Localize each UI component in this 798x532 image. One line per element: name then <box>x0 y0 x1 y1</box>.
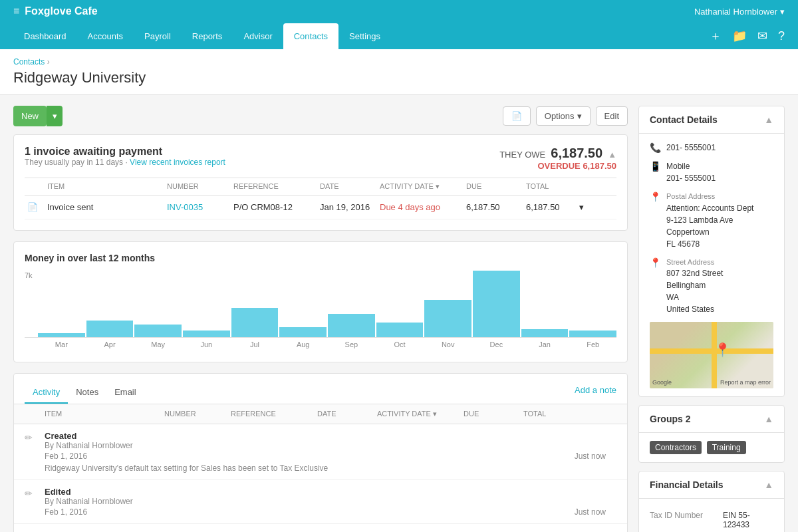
chart-label-jun: Jun <box>183 340 230 348</box>
financial-toggle[interactable]: ▲ <box>764 479 773 490</box>
contact-details-toggle[interactable]: ▲ <box>764 114 773 125</box>
col-icon <box>25 182 45 191</box>
nav-item-contacts[interactable]: Contacts <box>283 23 338 49</box>
street-address: Street Address 807 32nd Street Bellingha… <box>666 257 723 316</box>
col-date: DATE <box>317 182 377 191</box>
tab-activity[interactable]: Activity <box>25 382 68 404</box>
invoice-header: 1 invoice awaiting payment They usually … <box>25 146 616 175</box>
activity-card: Activity Notes Email Add a note ITEM NUM… <box>13 373 628 532</box>
row-reference: P/O CRM08-12 <box>231 202 317 212</box>
main-layout: New ▾ 📄 Options ▾ Edit 1 invoice awaitin… <box>0 95 798 532</box>
left-panel: New ▾ 📄 Options ▾ Edit 1 invoice awaitin… <box>13 106 628 532</box>
invoice-number-link[interactable]: INV-0035 <box>167 202 203 212</box>
invoice-subtitle-text: They usually pay in 11 days · <box>25 158 130 167</box>
activity-row-edited-1: ✏ Edited By Nathanial Hornblower Feb 1, … <box>14 480 627 524</box>
street-item: 📍 Street Address 807 32nd Street Belling… <box>650 257 773 316</box>
folder-icon[interactable]: 📁 <box>732 29 747 43</box>
groups-title: Groups 2 <box>650 414 690 424</box>
chart-label-nov: Nov <box>424 340 471 348</box>
user-name: Nathanial Hornblower <box>694 7 777 17</box>
financial-row-taxid: Tax ID Number EIN 55-123433 <box>650 507 773 532</box>
created-note: Ridgeway University's default tax settin… <box>25 464 616 473</box>
add-note-link[interactable]: Add a note <box>575 385 616 400</box>
add-button[interactable]: ＋ <box>710 28 722 44</box>
group-badge-training[interactable]: Training <box>707 441 746 454</box>
street-icon: 📍 <box>650 257 661 268</box>
chart-title: Money in over last 12 months <box>25 253 616 263</box>
edited-1-activity-date: Just now <box>575 507 616 517</box>
invoice-amount: THEY OWE 6,187.50 ▲ OVERDUE 6,187.50 <box>499 146 616 171</box>
taxid-value: EIN 55-123433 <box>723 511 773 529</box>
row-total: 6,187.50 <box>523 202 577 212</box>
options-label: Options <box>545 111 575 121</box>
contact-details-section: Contact Details ▲ 📞 201- 5555001 📱 Mobil… <box>638 106 785 397</box>
tab-notes[interactable]: Notes <box>68 382 106 404</box>
help-icon[interactable]: ? <box>778 29 785 43</box>
activity-tabs: Activity Notes Email Add a note <box>14 374 627 404</box>
acol-due: DUE <box>464 410 523 418</box>
mobile-value: Mobile 201- 5555001 <box>666 160 716 184</box>
chart-label-mar: Mar <box>38 340 85 348</box>
nav-item-payroll[interactable]: Payroll <box>134 23 182 49</box>
mobile-number: 201- 5555001 <box>666 172 716 184</box>
groups-toggle[interactable]: ▲ <box>764 414 773 424</box>
nav-item-settings[interactable]: Settings <box>338 23 391 49</box>
chart-bar-may <box>134 325 182 337</box>
app-logo: ≡ Foxglove Cafe <box>13 5 98 17</box>
postal-line1: Attention: Accounts Dept <box>666 202 753 214</box>
postal-label: Postal Address <box>666 191 753 202</box>
edited-1-meta: Feb 1, 2016 Just now <box>25 507 616 517</box>
chart-bar-apr <box>86 321 134 337</box>
postal-line2: 9-123 Lambda Ave <box>666 214 753 226</box>
toolbar: New ▾ 📄 Options ▾ Edit <box>13 106 628 126</box>
street-line3: WA <box>666 291 723 303</box>
user-menu[interactable]: Nathanial Hornblower ▾ <box>694 7 785 17</box>
email-icon[interactable]: ✉ <box>757 29 767 43</box>
postal-line3: Coppertown <box>666 226 753 238</box>
collapse-icon[interactable]: ▲ <box>608 150 616 160</box>
chart-bar-feb <box>569 331 616 337</box>
map-report-error[interactable]: Report a map error <box>720 379 771 386</box>
new-dropdown-button[interactable]: ▾ <box>47 106 63 126</box>
map-area: 📍 Google Report a map error <box>650 322 773 388</box>
file-button[interactable]: 📄 <box>503 106 531 126</box>
nav-item-accounts[interactable]: Accounts <box>77 23 134 49</box>
row-icon: 📄 <box>25 202 45 212</box>
edited-1-date: Feb 1, 2016 <box>45 507 87 517</box>
breadcrumb: Contacts › <box>13 57 785 66</box>
edit-button[interactable]: Edit <box>596 106 628 126</box>
postal-line4: FL 45678 <box>666 238 753 250</box>
nav-item-dashboard[interactable]: Dashboard <box>13 23 77 49</box>
breadcrumb-separator: › <box>47 57 50 66</box>
row-date: Jan 19, 2016 <box>317 202 377 212</box>
mobile-icon: 📱 <box>650 161 661 172</box>
row-expand[interactable]: ▾ <box>577 202 597 212</box>
chart-label-feb: Feb <box>569 340 616 348</box>
activity-table-header: ITEM NUMBER REFERENCE DATE ACTIVITY DATE… <box>14 404 627 424</box>
header: ≡ Foxglove Cafe Nathanial Hornblower ▾ D… <box>0 0 798 49</box>
groups-section: Groups 2 ▲ Contractors Training <box>638 405 785 463</box>
col-item: ITEM <box>45 182 164 191</box>
chart-label-oct: Oct <box>376 340 424 348</box>
chart-label-jul: Jul <box>231 340 279 348</box>
created-activity-date: Just now <box>575 452 616 461</box>
acol-activity-date: ACTIVITY DATE ▾ <box>377 410 464 418</box>
nav-item-reports[interactable]: Reports <box>182 23 233 49</box>
group-badge-contractors[interactable]: Contractors <box>650 441 702 454</box>
groups-content: Contractors Training <box>639 433 784 462</box>
overdue-label: OVERDUE <box>537 161 580 171</box>
page-title: Ridgeway University <box>13 69 785 86</box>
nav-item-advisor[interactable]: Advisor <box>233 23 283 49</box>
view-recent-invoices-link[interactable]: View recent invoices report <box>130 158 225 167</box>
acol-reference: REFERENCE <box>231 410 317 418</box>
nav-links: Dashboard Accounts Payroll Reports Advis… <box>13 23 391 49</box>
chart-label-may: May <box>134 340 182 348</box>
tab-email[interactable]: Email <box>106 382 144 404</box>
options-button[interactable]: Options ▾ <box>536 106 591 126</box>
new-button-group: New ▾ <box>13 106 63 126</box>
chart-bar-oct <box>376 323 424 338</box>
breadcrumb-parent[interactable]: Contacts <box>13 57 45 66</box>
acol-total: TOTAL <box>523 410 577 418</box>
new-button[interactable]: New <box>13 106 47 126</box>
chart-y-max: 7k <box>25 271 33 279</box>
